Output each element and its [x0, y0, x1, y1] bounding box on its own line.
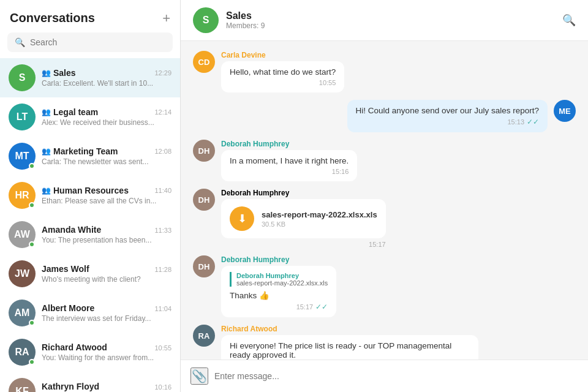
conv-name: 👥 Marketing Team: [42, 146, 118, 156]
message-avatar: ME: [554, 100, 576, 122]
message-sender: Carla Devine: [221, 51, 344, 59]
file-size: 30.5 KB: [262, 221, 377, 228]
message-bubble: Deborah HumphreyIn a moment, I have it r…: [221, 140, 357, 181]
message-bubble: Richard AtwoodHi everyone! The price lis…: [221, 325, 478, 360]
conv-info: James Wolf11:28Who's meeting with the cl…: [42, 264, 172, 284]
message-row: RARichard AtwoodHi everyone! The price l…: [193, 325, 576, 360]
conversation-item-legal[interactable]: LT👥 Legal team12:14Alex: We received the…: [0, 97, 180, 137]
chat-search-icon[interactable]: 🔍: [562, 13, 576, 27]
messages-list: CDCarla DevineHello, what time do we sta…: [181, 41, 588, 360]
conv-time: 11:40: [154, 187, 172, 194]
conv-time: 10:16: [154, 383, 172, 391]
chat-name: Sales: [226, 10, 265, 21]
message-row: DHDeborah HumphreyDeborah Humphreysales-…: [193, 255, 576, 317]
conv-info: 👥 Sales12:29Carla: Excellent. We'll star…: [42, 68, 172, 88]
conversation-item-albert[interactable]: AM Albert Moore11:04The interview was se…: [0, 293, 180, 333]
message-text: Thanks 👍: [230, 291, 270, 300]
chat-header: S Sales Members: 9 🔍: [181, 0, 588, 41]
conv-preview: Ethan: Please save all the CVs in...: [42, 197, 172, 205]
message-meta: 15:13✓✓: [356, 118, 539, 126]
sidebar: Conversations + 🔍 S👥 Sales12:29Carla: Ex…: [0, 0, 181, 392]
file-download-icon[interactable]: ⬇: [230, 206, 254, 231]
message-time: 15:16: [332, 168, 349, 175]
conv-info: Richard Atwood10:55You: Waiting for the …: [42, 342, 172, 362]
message-input[interactable]: [214, 371, 578, 381]
chat-avatar: S: [193, 7, 219, 33]
message-avatar: CD: [193, 51, 215, 73]
conv-preview: The interview was set for Friday...: [42, 314, 172, 323]
conv-name: 👥 Legal team: [42, 107, 98, 117]
conversation-item-hr[interactable]: HR👥 Human Resources11:40Ethan: Please sa…: [0, 176, 180, 215]
message-sender: Deborah Humphrey: [221, 140, 357, 148]
message-meta: 15:17✓✓: [230, 303, 328, 311]
conv-preview: You: The presentation has been...: [42, 236, 172, 244]
message-avatar: RA: [193, 325, 215, 347]
conv-preview: Carla: The newsletter was sent...: [42, 157, 172, 166]
conversation-item-sales[interactable]: S👥 Sales12:29Carla: Excellent. We'll sta…: [0, 58, 180, 97]
search-bar: 🔍: [0, 32, 180, 58]
conv-time: 11:33: [154, 227, 172, 234]
message-row: CDCarla DevineHello, what time do we sta…: [193, 51, 576, 92]
message-text: In a moment, I have it right here.: [230, 156, 349, 165]
message-row: MEHi! Could anyone send over our July sa…: [193, 100, 576, 132]
sidebar-title: Conversations: [10, 11, 95, 25]
attach-button[interactable]: 📎: [190, 368, 208, 385]
message-row: DHDeborah Humphrey⬇sales-report-may-2022…: [193, 189, 576, 248]
conv-preview: Alex: We received their business...: [42, 118, 172, 127]
add-conversation-button[interactable]: +: [162, 12, 170, 25]
conv-preview: Who's meeting with the client?: [42, 275, 172, 284]
group-icon: 👥: [42, 186, 51, 195]
read-check-icon: ✓✓: [527, 118, 539, 126]
message-meta: 10:55: [230, 79, 336, 86]
conv-info: Amanda White11:33You: The presentation h…: [42, 225, 172, 244]
message-meta: 15:16: [230, 168, 349, 175]
message-sender: Richard Atwood: [221, 325, 478, 333]
message-avatar: DH: [193, 189, 215, 211]
message-bubble: Deborah HumphreyDeborah Humphreysales-re…: [221, 255, 336, 317]
message-text: Hello, what time do we start?: [230, 67, 336, 77]
message-text: Hi everyone! The price list is ready - o…: [230, 341, 451, 360]
search-input[interactable]: [30, 37, 165, 47]
group-icon: 👥: [42, 108, 51, 116]
conv-preview: Carla: Excellent. We'll start in 10...: [42, 79, 172, 88]
message-content: In a moment, I have it right here.15:16: [221, 150, 357, 181]
message-content: Hi! Could anyone send over our July sale…: [347, 100, 548, 132]
conv-name: 👥 Sales: [42, 68, 76, 78]
reply-text: sales-report-may-2022.xlsx.xls: [236, 279, 328, 287]
conv-time: 12:29: [154, 69, 172, 77]
message-text: Hi! Could anyone send over our July sale…: [356, 106, 539, 115]
conv-time: 10:55: [154, 344, 172, 352]
message-meta: 15:17: [221, 241, 386, 248]
message-sender: Deborah Humphrey: [221, 189, 386, 197]
input-area: 📎: [181, 360, 588, 392]
read-check-icon: ✓✓: [315, 303, 328, 311]
file-name: sales-report-may-2022.xlsx.xls: [262, 210, 377, 219]
conversation-item-marketing[interactable]: MT👥 Marketing Team12:08Carla: The newsle…: [0, 137, 180, 176]
conv-name: Kathryn Floyd: [42, 382, 99, 391]
conv-name: 👥 Human Resources: [42, 186, 129, 195]
conversation-item-james[interactable]: JW James Wolf11:28Who's meeting with the…: [0, 254, 180, 293]
message-bubble: Deborah Humphrey⬇sales-report-may-2022.x…: [221, 189, 386, 248]
search-wrapper: 🔍: [7, 32, 173, 52]
conv-time: 12:08: [154, 148, 172, 155]
conversation-item-richard[interactable]: RA Richard Atwood10:55You: Waiting for t…: [0, 333, 180, 372]
message-avatar: DH: [193, 255, 215, 277]
message-bubble: Hi! Could anyone send over our July sale…: [347, 100, 548, 132]
conversation-item-kathryn[interactable]: KF Kathryn Floyd10:16I sent the email to…: [0, 372, 180, 392]
message-content: Hello, what time do we start?10:55: [221, 61, 344, 92]
message-content: Deborah Humphreysales-report-may-2022.xl…: [221, 266, 336, 317]
chat-header-left: S Sales Members: 9: [193, 7, 265, 33]
conv-time: 11:04: [154, 305, 172, 312]
conv-time: 11:28: [154, 266, 172, 273]
conv-info: Albert Moore11:04The interview was set f…: [42, 303, 172, 323]
conv-info: 👥 Marketing Team12:08Carla: The newslett…: [42, 146, 172, 166]
conv-info: Kathryn Floyd10:16I sent the email to th…: [42, 382, 172, 392]
conversation-item-amanda[interactable]: AW Amanda White11:33You: The presentatio…: [0, 215, 180, 254]
file-attachment: ⬇sales-report-may-2022.xlsx.xls30.5 KB: [221, 199, 386, 238]
message-bubble: Carla DevineHello, what time do we start…: [221, 51, 344, 92]
message-avatar: DH: [193, 140, 215, 162]
group-icon: 👥: [42, 147, 51, 156]
chat-sub: Members: 9: [226, 21, 265, 30]
chat-header-info: Sales Members: 9: [226, 10, 265, 30]
sidebar-header: Conversations +: [0, 0, 180, 32]
